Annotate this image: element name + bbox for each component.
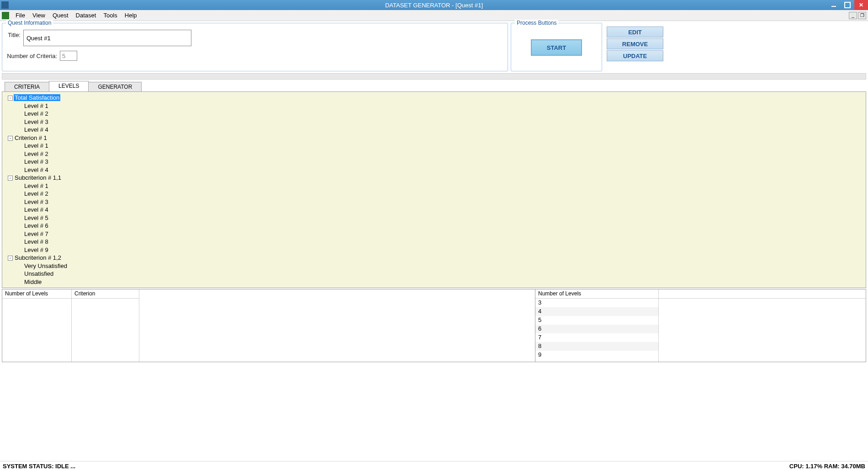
menu-dataset[interactable]: Dataset: [72, 11, 100, 20]
tree-node-label[interactable]: Level # 8: [23, 238, 49, 245]
tree-child-node[interactable]: Middle: [3, 278, 865, 286]
tree-node-label[interactable]: Level # 1: [23, 182, 49, 189]
grid-row[interactable]: 3: [535, 299, 658, 307]
action-buttons: EDIT REMOVE UPDATE: [607, 23, 684, 71]
tree-child-node[interactable]: Level # 6: [3, 222, 865, 230]
tree-child-node[interactable]: Level # 1: [3, 102, 865, 110]
menu-tools[interactable]: Tools: [100, 11, 121, 20]
minimize-button[interactable]: [827, 0, 841, 10]
close-button[interactable]: [854, 0, 868, 10]
tree-node-label[interactable]: Level # 3: [23, 118, 49, 125]
num-criteria-label: Number of Criteria:: [6, 53, 57, 59]
tree-child-node[interactable]: Level # 8: [3, 238, 865, 246]
tree-toggle-icon[interactable]: -: [8, 256, 13, 261]
grid-row[interactable]: 5: [535, 316, 658, 325]
tree-node-label[interactable]: Very Unsatisfied: [23, 262, 68, 269]
grid-row[interactable]: 8: [535, 342, 658, 351]
process-buttons-group: Process Buttons START: [511, 23, 602, 71]
tree-child-node[interactable]: Level # 4: [3, 206, 865, 214]
right-header-num-levels: Number of Levels: [535, 289, 658, 299]
tree-child-node[interactable]: Level # 2: [3, 110, 865, 118]
quest-information-group: Quest Information Title: Number of Crite…: [2, 23, 508, 71]
grid-right-spacer: [659, 289, 866, 362]
mdi-minimize-button[interactable]: _: [849, 12, 857, 19]
title-input[interactable]: [23, 30, 191, 46]
tree-node-label[interactable]: Subcriterion # 1,1: [14, 174, 62, 181]
tree-node-label[interactable]: Level # 9: [23, 246, 49, 253]
tree-node-label[interactable]: Total Satisfaction: [14, 94, 60, 101]
divider: [2, 73, 866, 80]
tree-toggle-icon[interactable]: -: [8, 96, 13, 101]
tree-node-label[interactable]: Middle: [23, 278, 42, 285]
tree-node-label[interactable]: Level # 2: [23, 150, 49, 157]
tree-node-label[interactable]: Level # 1: [23, 102, 49, 109]
tree-node-label[interactable]: Level # 1: [23, 142, 49, 149]
grid-row[interactable]: 9: [535, 351, 658, 359]
tree-node-label[interactable]: Level # 4: [23, 206, 49, 213]
tree-parent-node[interactable]: -Subcriterion # 1,2: [3, 254, 865, 262]
tree-child-node[interactable]: Level # 7: [3, 230, 865, 238]
tab-levels[interactable]: LEVELS: [49, 81, 89, 91]
tree-child-node[interactable]: Very Unsatisfied: [3, 262, 865, 270]
left-header-num-levels: Number of Levels: [2, 289, 71, 299]
window-title: DATASET GENERATOR - [Quest #1]: [0, 2, 868, 9]
levels-tree[interactable]: -Total SatisfactionLevel # 1Level # 2Lev…: [2, 92, 866, 288]
grid-row[interactable]: 6: [535, 325, 658, 333]
tree-child-node[interactable]: Level # 5: [3, 214, 865, 222]
tree-child-node[interactable]: Level # 4: [3, 166, 865, 174]
tree-parent-node[interactable]: -Subcriterion # 1,1: [3, 174, 865, 182]
status-right: CPU: 1.17% RAM: 34.70MB: [789, 463, 865, 470]
start-button[interactable]: START: [531, 39, 582, 56]
tree-node-label[interactable]: Level # 2: [23, 110, 49, 117]
tree-parent-node[interactable]: -Total Satisfaction: [3, 94, 865, 102]
statusbar: SYSTEM STATUS: IDLE ... CPU: 1.17% RAM: …: [0, 461, 868, 471]
tree-child-node[interactable]: Level # 3: [3, 118, 865, 126]
form-icon: [2, 12, 9, 19]
tree-node-label[interactable]: Level # 4: [23, 166, 49, 173]
tree-node-label[interactable]: Level # 2: [23, 190, 49, 197]
update-button[interactable]: UPDATE: [607, 50, 663, 61]
grid-right-body[interactable]: 3456789: [535, 299, 658, 359]
menu-file[interactable]: File: [12, 11, 29, 20]
mdi-restore-button[interactable]: ❐: [858, 12, 866, 19]
maximize-button[interactable]: [841, 0, 854, 10]
tree-node-label[interactable]: Level # 6: [23, 222, 49, 229]
tree-child-node[interactable]: Level # 3: [3, 198, 865, 206]
tab-generator[interactable]: GENERATOR: [88, 82, 142, 91]
tree-node-label[interactable]: Level # 5: [23, 214, 49, 221]
tree-toggle-icon[interactable]: -: [8, 176, 13, 181]
tab-criteria[interactable]: CRITERIA: [5, 82, 49, 91]
tree-toggle-icon[interactable]: -: [8, 136, 13, 141]
grid-row[interactable]: 7: [535, 333, 658, 342]
num-criteria-input[interactable]: [60, 51, 77, 61]
menu-view[interactable]: View: [29, 11, 49, 20]
tree-node-label[interactable]: Unsatisfied: [23, 270, 54, 277]
tree-node-label[interactable]: Criterion # 1: [14, 134, 48, 141]
tree-child-node[interactable]: Unsatisfied: [3, 270, 865, 278]
tab-strip: CRITERIA LEVELS GENERATOR: [0, 81, 868, 91]
window-controls: [827, 0, 868, 10]
tree-node-label[interactable]: Level # 7: [23, 230, 49, 237]
tree-child-node[interactable]: Level # 2: [3, 150, 865, 158]
tab-content: -Total SatisfactionLevel # 1Level # 2Lev…: [2, 91, 866, 288]
tree-child-node[interactable]: Level # 1: [3, 142, 865, 150]
tree-child-node[interactable]: Level # 3: [3, 158, 865, 166]
menu-help[interactable]: Help: [121, 11, 141, 20]
upper-area: Quest Information Title: Number of Crite…: [0, 21, 868, 71]
tree-node-label[interactable]: Level # 4: [23, 126, 49, 133]
tree-child-node[interactable]: Level # 9: [3, 246, 865, 254]
menubar: File View Quest Dataset Tools Help _ ❐: [0, 10, 868, 21]
titlebar: DATASET GENERATOR - [Quest #1]: [0, 0, 868, 10]
tree-node-label[interactable]: Subcriterion # 1,2: [14, 254, 62, 261]
tree-child-node[interactable]: Level # 4: [3, 126, 865, 134]
remove-button[interactable]: REMOVE: [607, 38, 663, 49]
tree-child-node[interactable]: Level # 1: [3, 182, 865, 190]
tree-parent-node[interactable]: -Criterion # 1: [3, 134, 865, 142]
menu-quest[interactable]: Quest: [49, 11, 72, 20]
tree-node-label[interactable]: Level # 3: [23, 198, 49, 205]
grid-row[interactable]: 4: [535, 307, 658, 316]
edit-button[interactable]: EDIT: [607, 27, 663, 37]
tree-child-node[interactable]: Level # 2: [3, 190, 865, 198]
bottom-grid: Number of Levels Criterion Number of Lev…: [2, 289, 866, 362]
tree-node-label[interactable]: Level # 3: [23, 158, 49, 165]
